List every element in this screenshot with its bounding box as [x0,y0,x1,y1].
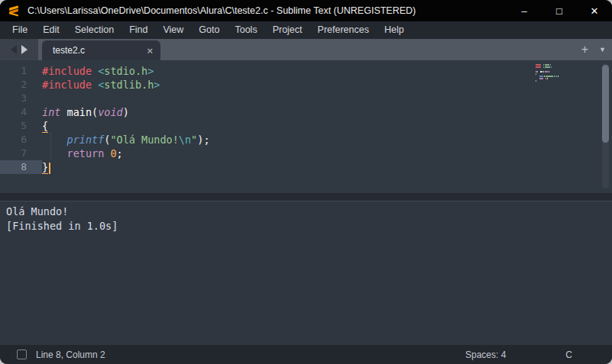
minimap-segment [554,76,555,77]
tab-next-icon[interactable] [21,45,28,54]
tab-teste2-c[interactable]: teste2.c × [42,40,160,60]
token-plain [60,106,66,118]
code-line[interactable]: int main(void) [42,105,612,119]
minimap-segment [536,64,541,66]
token-type: void [98,106,123,118]
indent-guide [50,133,51,160]
token-escape: \n [179,134,191,146]
token-keyword: return [67,147,105,159]
menu-item-project[interactable]: Project [265,21,310,39]
minimap-segment [536,78,539,79]
line-number: 4 [0,105,42,119]
menu-item-tools[interactable]: Tools [227,21,264,39]
token-string: "Olá Mundo! [110,134,178,146]
token-func: main [67,106,92,118]
window-title: C:\Users\Larissa\OneDrive\Documentos\Alu… [28,5,507,16]
tab-close-icon[interactable]: × [147,45,153,56]
code-line[interactable] [42,92,612,105]
token-support: printf [67,134,105,146]
close-button[interactable]: ✕ [577,0,612,21]
text-caret [49,163,50,174]
minimap-segment [545,66,550,68]
code-line[interactable]: printf("Olá Mundo!\n"); [42,133,612,147]
minimap-segment [536,66,541,68]
indent-setting[interactable]: Spaces: 4 [465,350,506,360]
token-plain: ); [197,134,209,146]
cursor-position[interactable]: Line 8, Column 2 [36,350,465,360]
editor-scrollbar[interactable] [602,63,609,188]
token-string: stdlib.h [104,79,154,91]
menu-item-goto[interactable]: Goto [191,21,227,39]
menu-bar: FileEditSelectionFindViewGotoToolsProjec… [0,21,612,39]
tab-bar-actions: + ▼ [581,39,606,60]
sublime-text-window: C:\Users\Larissa\OneDrive\Documentos\Alu… [0,0,612,364]
token-plain [42,147,67,159]
minimap-segment [543,64,544,66]
token-brace: } [42,161,48,174]
minimap-segment [539,78,543,79]
menu-item-edit[interactable]: Edit [35,21,67,39]
minimap[interactable] [536,64,563,82]
token-number: 0 [110,147,116,159]
token-plain: ( [92,106,98,118]
code-line[interactable]: return 0; [42,147,612,160]
syntax-mode[interactable]: C [565,350,572,360]
minimap-segment [542,64,542,66]
code-line[interactable]: { [42,119,612,133]
menu-item-file[interactable]: File [5,21,35,39]
token-preproc: #include [42,65,92,77]
minimap-segment [550,64,551,66]
minimap-row [536,73,563,75]
minimize-button[interactable]: – [507,0,542,21]
maximize-button[interactable]: □ [542,0,577,21]
token-plain [92,79,98,91]
panel-divider [0,193,612,201]
minimap-segment [539,76,543,77]
minimap-segment [536,73,536,75]
console-line: [Finished in 1.0s] [6,219,606,234]
code-pane[interactable]: #include <stdio.h>#include <stdlib.h>int… [42,60,612,193]
status-square-icon[interactable] [17,350,27,359]
build-output-panel: Olá Mundo![Finished in 1.0s] [0,201,612,345]
new-tab-icon[interactable]: + [581,43,588,56]
minimap-segment [543,66,544,68]
editor-scrollbar-thumb[interactable] [602,65,609,143]
line-number: 3 [0,92,42,105]
minimap-row [536,80,563,82]
minimap-segment [549,71,549,72]
minimap-row [536,69,563,70]
title-bar: C:\Users\Larissa\OneDrive\Documentos\Alu… [0,0,612,21]
code-line[interactable]: #include <stdio.h> [42,64,612,78]
token-plain [42,134,67,146]
console-line: Olá Mundo! [6,205,606,219]
minimap-segment [544,78,545,79]
line-number: 6 [0,133,42,147]
line-number: 5 [0,119,42,133]
menu-item-find[interactable]: Find [121,21,155,39]
minimap-segment [545,71,548,72]
menu-item-view[interactable]: View [155,21,191,39]
tab-prev-icon[interactable] [11,45,17,54]
line-number: 2 [0,78,42,92]
minimap-segment [551,66,552,68]
menu-item-selection[interactable]: Selection [67,21,121,39]
window-controls: – □ ✕ [507,0,612,21]
minimap-segment [536,80,536,82]
editor-area[interactable]: 12345678 #include <stdio.h>#include <std… [0,60,612,193]
token-angle: > [154,79,160,91]
minimap-segment [546,76,553,77]
minimap-segment [546,78,546,79]
token-string: stdio.h [104,65,147,77]
tab-overflow-icon[interactable]: ▼ [599,46,606,53]
line-number: 1 [0,64,42,78]
code-line[interactable]: #include <stdlib.h> [42,78,612,92]
sublime-text-logo-icon [8,5,20,17]
line-number: 8 [0,160,42,174]
menu-item-help[interactable]: Help [377,21,412,39]
code-line[interactable]: } [42,160,612,174]
minimap-row [536,78,563,79]
minimap-row [536,64,563,66]
minimap-segment [545,64,549,66]
minimap-row [536,66,563,68]
menu-item-preferences[interactable]: Preferences [310,21,377,39]
